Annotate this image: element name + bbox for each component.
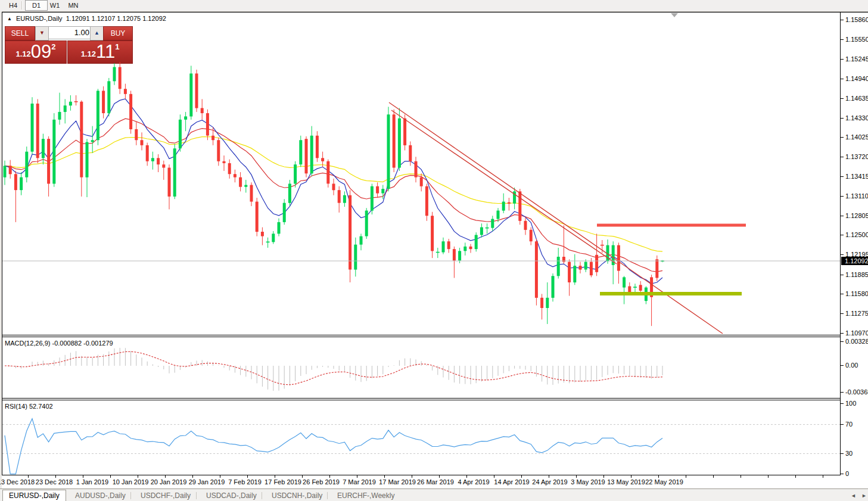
price-axis-tick: [841, 79, 844, 79]
price-axis-label: 1.13415: [845, 173, 868, 180]
date-axis-tick: [741, 475, 741, 478]
date-axis-label: 4 Apr 2019: [458, 478, 489, 486]
price-axis-label: 1.15550: [845, 36, 868, 43]
tab-usdcnh-daily[interactable]: USDCNH-,Daily: [266, 490, 328, 501]
price-axis-label: 1.13720: [845, 153, 868, 160]
date-axis-label: 7 Mar 2019: [343, 478, 376, 486]
date-axis-tick: [55, 475, 56, 478]
date-axis-tick: [466, 475, 467, 478]
date-axis-tick: [768, 475, 769, 478]
date-axis-label: 23 Dec 2018: [36, 478, 73, 486]
date-axis-tick: [192, 475, 193, 478]
macd-axis-tick: [841, 341, 844, 342]
price-axis-tick: [841, 137, 844, 138]
price-axis-tick: [841, 39, 844, 40]
rsi-axis-tick: [841, 474, 844, 474]
price-axis-label: 1.11580: [845, 290, 868, 297]
date-axis-label: 1 Jan 2019: [76, 478, 108, 486]
price-axis-tick: [841, 98, 844, 99]
rsi-axis-label: 30: [845, 450, 853, 457]
date-axis-tick: [713, 475, 714, 478]
date-axis-tick: [549, 475, 549, 478]
price-axis-tick: [841, 118, 844, 119]
tab-eurusd-daily[interactable]: EURUSD-,Daily: [2, 490, 66, 501]
date-axis-tick: [795, 475, 796, 478]
date-axis-tick: [220, 475, 220, 478]
tab-audusd-daily[interactable]: AUDUSD-,Daily: [69, 490, 132, 501]
date-axis-tick: [686, 475, 686, 478]
date-axis-label: 17 Mar 2019: [379, 478, 416, 486]
rsi-axis-tick: [841, 453, 844, 454]
rsi-axis-label: 100: [845, 400, 856, 407]
tab-separator: [327, 492, 328, 499]
price-axis-tick: [841, 196, 844, 197]
price-axis-label: 1.14330: [845, 114, 868, 122]
tab-scroll-right-icon[interactable]: ►: [861, 493, 867, 499]
chart-tab-bar: EURUSD-,Daily AUDUSD-,Daily USDCHF-,Dail…: [0, 488, 868, 501]
macd-axis-tick: [841, 392, 844, 393]
price-axis-tick: [841, 59, 844, 60]
date-axis-tick: [138, 475, 138, 478]
rsi-axis-tick: [841, 424, 844, 425]
price-axis-tick: [841, 294, 844, 294]
date-axis-label: 13 May 2019: [607, 478, 645, 486]
macd-axis-tick: [841, 365, 844, 366]
price-axis-tick: [841, 313, 844, 314]
price-axis-label: 1.13110: [845, 192, 868, 200]
price-chart-canvas[interactable]: [0, 0, 868, 501]
price-axis-tick: [841, 216, 844, 216]
macd-axis-label: 0.00: [845, 362, 858, 369]
price-axis-tick: [841, 176, 844, 177]
price-axis-label: 1.15245: [845, 55, 868, 63]
date-axis-tick: [576, 475, 577, 478]
date-axis-label: 10 Jan 2019: [113, 478, 149, 486]
date-axis-tick: [83, 475, 83, 478]
tab-usdcad-daily[interactable]: USDCAD-,Daily: [200, 490, 263, 501]
price-axis-tick: [841, 254, 844, 255]
date-axis-label: 3 May 2019: [571, 478, 605, 486]
date-axis-tick: [329, 475, 330, 478]
macd-axis-label: 0.003287: [845, 338, 868, 345]
tab-separator: [196, 492, 197, 499]
price-axis-label: 1.11885: [845, 271, 868, 278]
date-axis-label: 13 Dec 2018: [0, 478, 35, 486]
date-axis-label: 14 Apr 2019: [494, 478, 529, 486]
price-axis-label: 1.15860: [845, 16, 868, 23]
date-axis-tick: [110, 475, 111, 478]
price-axis-label: 1.14940: [845, 75, 868, 82]
bid-price-tag: 1.12092: [841, 257, 868, 265]
date-axis-tick: [275, 475, 275, 478]
price-axis-tick: [841, 20, 844, 20]
date-axis-label: 29 Jan 2019: [189, 478, 225, 486]
date-axis-tick: [247, 475, 248, 478]
date-axis-tick: [439, 475, 440, 478]
price-axis-label: 1.14025: [845, 133, 868, 141]
date-axis-tick: [28, 475, 29, 478]
price-axis-tick: [841, 275, 844, 275]
date-axis-label: 22 May 2019: [645, 478, 683, 486]
tab-usdchf-daily[interactable]: USDCHF-,Daily: [135, 490, 197, 501]
date-axis-tick: [521, 475, 522, 478]
rsi-axis-label: 70: [845, 421, 853, 428]
date-axis-tick: [302, 475, 303, 478]
tab-separator: [262, 492, 262, 499]
tab-separator: [130, 492, 131, 499]
price-axis-label: 1.12805: [845, 212, 868, 219]
date-axis-label: 24 Apr 2019: [532, 478, 567, 486]
price-axis-label: 1.10970: [845, 329, 868, 337]
price-axis-tick: [841, 235, 844, 235]
rsi-axis-tick: [841, 403, 844, 404]
date-axis-tick: [494, 475, 494, 478]
date-axis-label: 20 Jan 2019: [151, 478, 187, 486]
macd-axis-label: -0.00365: [845, 388, 868, 396]
date-axis-label: 26 Feb 2019: [303, 478, 340, 486]
date-axis-tick: [603, 475, 604, 478]
price-axis-label: 1.12500: [845, 231, 868, 238]
date-axis-tick: [823, 475, 823, 478]
tab-scroll-left-icon[interactable]: ◄: [851, 493, 856, 499]
tab-eurchf-weekly[interactable]: EURCHF-,Weekly: [331, 490, 400, 501]
date-axis-tick: [357, 475, 357, 478]
rsi-axis-label: 0: [845, 470, 849, 477]
price-axis-tick: [841, 157, 844, 157]
date-axis-tick: [658, 475, 659, 478]
